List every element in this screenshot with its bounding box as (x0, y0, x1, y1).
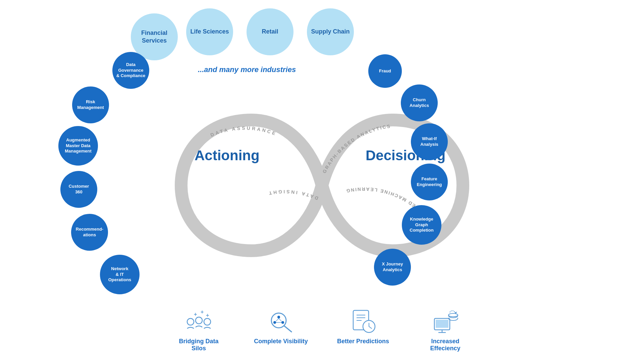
use-case-knowledge-graph: KnowledgeGraphCompletion (402, 205, 441, 245)
svg-point-29 (448, 313, 458, 317)
use-case-feature-engineering: FeatureEngineering (411, 164, 448, 200)
svg-text:+: + (206, 312, 209, 318)
svg-point-13 (273, 321, 276, 324)
industry-life-sciences: Life Sciences (186, 8, 233, 55)
svg-point-12 (277, 316, 280, 318)
use-case-network-it: Network& ITOperations (100, 255, 140, 294)
increased-efficiency-icon (430, 308, 461, 335)
icon-item-better-predictions: Better Predictions (335, 308, 391, 345)
main-container: DATA ASSURANCE GRAPH-BASED ANALYTICS DAT… (0, 0, 644, 362)
use-case-recommendations: Recommend-ations (71, 214, 108, 251)
icon-item-complete-visibility: Complete Visibility (253, 308, 309, 345)
actioning-label: Actioning (195, 147, 260, 164)
use-case-churn-analytics: ChurnAnalytics (401, 84, 438, 121)
better-predictions-icon (348, 308, 378, 335)
bridging-data-silos-label: Bridging Data Silos (171, 338, 226, 352)
svg-text:+: + (194, 311, 197, 317)
many-more-industries: ...and many more industries (198, 65, 296, 74)
svg-rect-26 (436, 320, 448, 328)
svg-point-6 (204, 318, 211, 325)
use-case-risk-management: RiskManagement (72, 86, 109, 123)
bottom-icons-section: + + + Bridging Data Silos (171, 308, 473, 352)
svg-line-16 (279, 318, 281, 321)
complete-visibility-icon (266, 308, 296, 335)
industry-supply-chain: Supply Chain (307, 8, 354, 55)
svg-text:+: + (201, 309, 204, 315)
icon-item-bridging-data-silos: + + + Bridging Data Silos (171, 308, 226, 352)
use-case-data-governance: DataGovernance& Compliance (112, 52, 149, 89)
use-case-what-if: What-IfAnalysis (411, 123, 448, 160)
svg-point-5 (196, 317, 202, 324)
complete-visibility-label: Complete Visibility (254, 338, 308, 345)
industry-retail: Retail (247, 8, 293, 55)
icon-item-increased-efficiency: Increased Effeciency (418, 308, 473, 352)
use-case-x-journey: X JourneyAnalytics (374, 249, 411, 286)
svg-point-4 (187, 318, 194, 325)
use-case-customer-360: Customer360 (60, 171, 97, 208)
svg-line-11 (284, 326, 291, 332)
bridging-data-silos-icon: + + + (184, 308, 214, 335)
use-case-fraud: Fraud (368, 54, 402, 88)
svg-line-15 (276, 318, 279, 321)
svg-point-14 (281, 321, 284, 324)
use-case-augmented-mdm: AugmentedMaster DataManagement (58, 126, 98, 166)
better-predictions-label: Better Predictions (337, 338, 389, 345)
increased-efficiency-label: Increased Effeciency (418, 338, 473, 352)
